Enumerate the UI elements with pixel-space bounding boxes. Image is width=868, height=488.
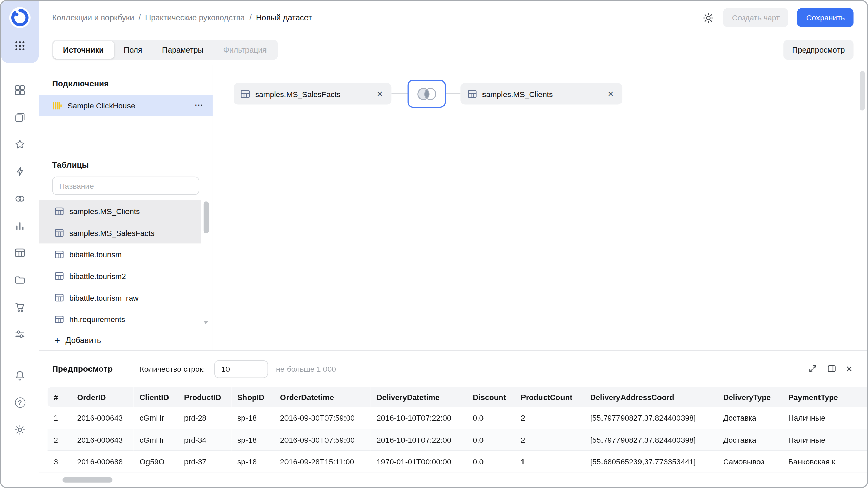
column-header: DeliveryAddressCoord [584,387,717,407]
cell: 1 [47,407,71,429]
top-bar: Коллекции и воркбуки / Практические руко… [39,1,867,34]
preview-header-actions: × [808,363,852,374]
remove-table-icon[interactable]: × [606,88,615,100]
datalens-logo[interactable] [9,7,31,30]
storage-folder-icon[interactable] [1,266,39,293]
cell: sp-18 [231,407,274,429]
table-icon [467,89,477,99]
dashboards-icon[interactable] [1,76,39,103]
table-icon [54,249,64,259]
canvas-table-salesfacts[interactable]: samples.MS_SalesFacts × [234,83,391,105]
preview-table: # OrderID ClientID ProductID ShopID Orde… [47,387,867,472]
cell: Банковская к [782,450,867,472]
table-item-tourism-raw[interactable]: bibattle.tourism_raw [39,287,201,308]
tab-parameters[interactable]: Параметры [152,41,214,58]
tables-list: samples.MS_Clients samples.MS_SalesFacts… [39,200,201,330]
canvas-table-clients[interactable]: samples.MS_Clients × [460,83,622,105]
column-header: # [47,387,71,407]
canvas-table-label: samples.MS_SalesFacts [255,89,370,98]
workbooks-icon[interactable] [1,103,39,130]
row-count-input[interactable] [214,360,268,378]
dock-panel-icon[interactable] [827,364,837,373]
marketplace-cart-icon[interactable] [1,293,39,320]
connection-more-icon[interactable]: ··· [195,101,204,109]
datalens-dataset-editor-window: ? Коллекции и воркбуки / Практические ру… [0,0,868,488]
cell: [55.797790827,37.824400398] [584,407,717,429]
datasets-circles-icon[interactable] [1,185,39,212]
tab-sources[interactable]: Источники [53,41,114,58]
apps-grid-icon[interactable] [12,38,28,54]
rail-settings-gear-icon[interactable] [1,416,39,443]
services-sliders-icon[interactable] [1,320,39,347]
scrollbar-down-arrow[interactable] [204,321,208,324]
remove-table-icon[interactable]: × [375,88,384,100]
cell: Og59O [134,450,178,472]
plus-icon: + [54,335,60,345]
cell: 2016-09-30T07:59:00 [274,429,371,450]
preview-toggle-button[interactable]: Предпросмотр [783,40,853,60]
breadcrumb-separator: / [249,13,252,22]
add-table-button[interactable]: + Добавить [39,332,101,349]
cell: 2016-10-10T07:22:00 [371,429,467,450]
create-chart-button[interactable]: Создать чарт [723,8,789,27]
column-header: ShopID [231,387,274,407]
scrollbar-thumb[interactable] [860,71,865,111]
left-rail: ? [1,1,39,487]
rail-bottom: ? [1,362,39,443]
breadcrumb-separator: / [138,13,141,22]
cell: 2016-09-28T15:11:00 [274,450,371,472]
cell: 2 [515,407,584,429]
column-header: PaymentType [782,387,867,407]
sources-canvas[interactable]: samples.MS_SalesFacts × samples.MS_Clien… [213,65,867,350]
table-item-tourism2[interactable]: bibattle.tourism2 [39,265,201,287]
tab-fields[interactable]: Поля [114,41,152,58]
column-header: OrderID [71,387,133,407]
cell: Наличные [782,429,867,450]
table-item-label: bibattle.tourism_raw [69,293,139,302]
cell: prd-28 [178,407,231,429]
canvas-scrollbar[interactable] [860,70,865,346]
sources-side-panel: Подключения Sample ClickHouse ··· Таблиц… [39,65,213,350]
horizontal-scrollbar-thumb[interactable] [62,477,112,483]
bottom-strip [1,472,867,487]
connection-item-sample-clickhouse[interactable]: Sample ClickHouse ··· [39,95,213,116]
favorites-star-icon[interactable] [1,130,39,158]
tables-icon[interactable] [1,239,39,266]
table-icon [54,206,64,216]
column-header: ProductCount [515,387,584,407]
table-search-input[interactable] [52,177,199,195]
cell: 2016-000643 [71,429,133,450]
join-type-button[interactable] [408,80,446,108]
connections-lightning-icon[interactable] [1,158,39,185]
breadcrumb-collections[interactable]: Коллекции и воркбуки [52,13,134,22]
column-header: DeliveryDatetime [371,387,467,407]
expand-preview-icon[interactable] [808,364,818,373]
panel-divider [39,149,213,149]
cell: Доставка [717,407,782,429]
save-button[interactable]: Сохранить [797,8,854,27]
breadcrumb: Коллекции и воркбуки / Практические руко… [52,13,312,22]
preview-panel: Предпросмотр Количество строк: не больше… [39,350,867,472]
table-item-tourism[interactable]: bibattle.tourism [39,243,201,265]
cell: 2016-000643 [71,407,133,429]
notifications-bell-icon[interactable] [1,362,39,389]
close-preview-icon[interactable]: × [846,363,852,374]
dataset-settings-gear-icon[interactable] [703,12,714,23]
tables-title: Таблицы [39,160,89,169]
tab-filtering[interactable]: Фильтрация [213,41,277,58]
breadcrumb-guides[interactable]: Практические руководства [145,13,245,22]
cell: 1 [515,450,584,472]
table-item-hh-requirements[interactable]: hh.requirements [39,308,201,330]
rail-header [1,1,39,63]
table-item-label: samples.MS_SalesFacts [69,228,155,237]
table-item-ms-salesfacts[interactable]: samples.MS_SalesFacts [39,222,201,244]
rail-nav [1,76,39,347]
table-item-ms-clients[interactable]: samples.MS_Clients [39,200,201,222]
cell: Доставка [717,429,782,450]
tables-list-scrollbar[interactable] [203,200,209,331]
charts-bars-icon[interactable] [1,212,39,239]
cell: Наличные [782,407,867,429]
scrollbar-thumb[interactable] [204,201,209,233]
scale-wrapper: ? Коллекции и воркбуки / Практические ру… [0,0,868,488]
help-icon[interactable]: ? [1,389,39,416]
